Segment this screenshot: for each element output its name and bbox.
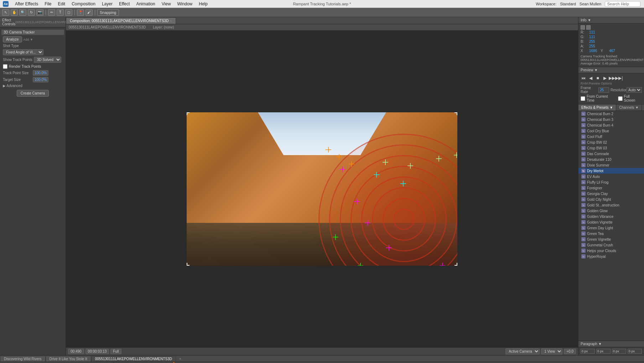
preview-forward-frame[interactable]: ▶▶ [609, 75, 615, 81]
effect-desaturate[interactable]: fx Desaturate 110 [578, 157, 644, 162]
effect-georgia-clay[interactable]: fx Georgia Clay [578, 191, 644, 196]
effect-gold-st[interactable]: fx Gold St...anstruction [578, 202, 644, 208]
from-current-check[interactable] [581, 96, 585, 101]
menu-animation[interactable]: Animation [133, 1, 158, 7]
effect-chemical-burn-2[interactable]: fx Chemical Burn 2 [578, 111, 644, 117]
preview-skip-start[interactable]: ⏮ [581, 75, 586, 81]
search-input[interactable] [605, 1, 640, 7]
tool-paint[interactable]: 🖌 [85, 9, 93, 16]
ct-label: Camera Tracking finished: [581, 55, 642, 58]
effect-green-tea[interactable]: fx Green Tea [578, 231, 644, 236]
tool-pen[interactable]: ✏ [48, 9, 55, 16]
effect-icon: fx [581, 169, 586, 173]
effect-golden-vignette[interactable]: fx Golden Vignette [578, 219, 644, 225]
comp-tab-main[interactable]: Composition: 0055130111LAKEPOWELLENVIRON… [66, 17, 176, 24]
effect-chemical-burn-3[interactable]: fx Chemical Burn 3 [578, 117, 644, 122]
tool-text[interactable]: T [57, 9, 64, 16]
effect-crisp-bw02[interactable]: fx Crisp BW 02 [578, 139, 644, 145]
tl-tab-drive-it[interactable]: Drive It Like You Stole It [46, 356, 91, 362]
analyze-button[interactable]: Analyze [3, 36, 22, 42]
tool-pin[interactable]: 📍 [77, 9, 84, 16]
vc-view-mode[interactable]: Active Camera [505, 348, 540, 354]
preview-back-frame[interactable]: ◀ [588, 75, 593, 81]
para-padding-4[interactable] [628, 349, 642, 354]
effect-dixie-summer[interactable]: fx Dixie Summer [578, 162, 644, 168]
tool-hand[interactable]: ✋ [11, 9, 18, 16]
effect-helps-clouds[interactable]: fx Helps your Clouds [578, 248, 644, 254]
effect-green-day-light[interactable]: fx Green Day Light [578, 225, 644, 231]
effects-tab[interactable]: Effects & Presets ▼ [578, 104, 616, 111]
paragraph-header[interactable]: Paragraph ▼ [578, 341, 644, 347]
effect-golden-vibrance[interactable]: fx Golden Vibrance [578, 214, 644, 219]
para-padding-2[interactable] [596, 349, 611, 354]
effect-icon: fx [581, 157, 586, 162]
full-screen-check[interactable] [618, 96, 623, 101]
effect-gold-city-night[interactable]: fx Gold City Night [578, 196, 644, 202]
effect-das-comrade[interactable]: fx Das Comrade [578, 151, 644, 157]
comp-tab-close[interactable]: × [170, 19, 172, 23]
menu-view[interactable]: View [159, 1, 174, 7]
preview-ram[interactable]: ▶▶| [616, 75, 622, 81]
vc-views[interactable]: 1 View [541, 348, 562, 354]
layer-bar: 0055130111LAKEPOWELLENVIRONMENTS3D Layer… [66, 24, 578, 31]
menu-window[interactable]: Window [175, 1, 196, 7]
menu-after-effects[interactable]: After Effects [12, 1, 41, 7]
preview-title: Preview ▼ [581, 68, 598, 72]
channels-tab[interactable]: Channels ▼ [616, 104, 642, 111]
tl-tab-lake-powell[interactable]: 0055130111LAKEPOWELLENVIRONMENTS3D [91, 356, 176, 362]
effect-fluffy[interactable]: fx Fluffy Lil Frog [578, 179, 644, 185]
render-track-checkbox[interactable] [3, 64, 7, 69]
preview-play[interactable]: ▶ [602, 75, 608, 81]
effect-golden-glow[interactable]: fx Golden Glow [578, 208, 644, 214]
effect-hyperroyal[interactable]: fx HyperRoyal [578, 254, 644, 259]
menu-layer[interactable]: Layer [99, 1, 115, 7]
vc-zoom[interactable]: +0.0 [564, 349, 576, 354]
effect-icon: fx [581, 129, 586, 133]
vc-resolution[interactable]: Full [110, 349, 121, 354]
create-camera-button[interactable]: Create Camera [17, 90, 49, 97]
effect-ev-auto[interactable]: fx EV Auto [578, 174, 644, 179]
show-track-row: Show Track Points 3D Solved [1, 56, 64, 63]
show-track-select[interactable]: 3D Solved [34, 57, 61, 63]
effect-gunmetal-crush[interactable]: fx Gunmetal Crush [578, 242, 644, 248]
workspace-value[interactable]: Standard [560, 2, 576, 6]
effect-cool-dry-blue[interactable]: fx Cool Dry Blue [578, 128, 644, 134]
preview-stop[interactable]: ■ [595, 75, 601, 81]
effect-dry-merlot[interactable]: fx Dry Merlot [578, 168, 644, 174]
effect-green-vignette[interactable]: fx Green Vignette [578, 236, 644, 242]
preview-panel-header[interactable]: Preview ▼ [578, 67, 644, 73]
tl-tab-close[interactable]: × [177, 356, 183, 362]
shot-type-select[interactable]: Fixed Angle of Vi... [3, 49, 43, 55]
info-title[interactable]: Info ▼ [581, 18, 591, 22]
menu-composition[interactable]: Composition [69, 1, 98, 7]
menu-effect[interactable]: Effect [116, 1, 133, 7]
menu-help[interactable]: Help [196, 1, 211, 7]
effect-label: Golden Vignette [587, 220, 613, 224]
menu-right-section: Workspace: Standard Sean Mullen [536, 1, 640, 7]
tool-zoom[interactable]: 🔍 [19, 9, 26, 16]
fps-input[interactable] [598, 87, 609, 93]
advanced-label[interactable]: ▶ Advanced [3, 84, 22, 88]
effect-label: Green Day Light [587, 226, 613, 230]
menu-edit[interactable]: Edit [55, 1, 68, 7]
target-size-value[interactable]: 100.0% [33, 77, 48, 82]
vc-time-display[interactable]: 00:00:03:13 [85, 349, 109, 354]
layer-bar-comp: 0055130111LAKEPOWELLENVIRONMENTS3D [69, 25, 146, 29]
tool-shape[interactable]: ◻ [65, 9, 72, 16]
tool-rotate[interactable]: ↻ [28, 9, 35, 16]
vc-timecode[interactable]: 00:490 [68, 349, 84, 354]
track-pt-value[interactable]: 100.0% [33, 70, 48, 76]
effect-foreigner[interactable]: fx Foreigner [578, 185, 644, 191]
tool-select[interactable]: ↖ [2, 9, 9, 16]
res-select[interactable]: Auto [627, 87, 642, 93]
tool-camera[interactable]: 📷 [36, 9, 43, 16]
effect-icon: fx [581, 203, 586, 207]
para-padding-3[interactable] [612, 349, 626, 354]
para-padding-1[interactable] [581, 349, 595, 354]
tl-tab-wild-rivers[interactable]: Discovering Wild Rivers [0, 356, 46, 362]
effect-cool-fluff[interactable]: fx Cool Fluff [578, 134, 644, 139]
effect-crisp-bw03[interactable]: fx Crisp BW 03 [578, 145, 644, 151]
effect-chemical-burn-4[interactable]: fx Chemical Burn 4 [578, 122, 644, 128]
channel-g-row: G: 111 [581, 35, 642, 39]
menu-file[interactable]: File [42, 1, 54, 7]
